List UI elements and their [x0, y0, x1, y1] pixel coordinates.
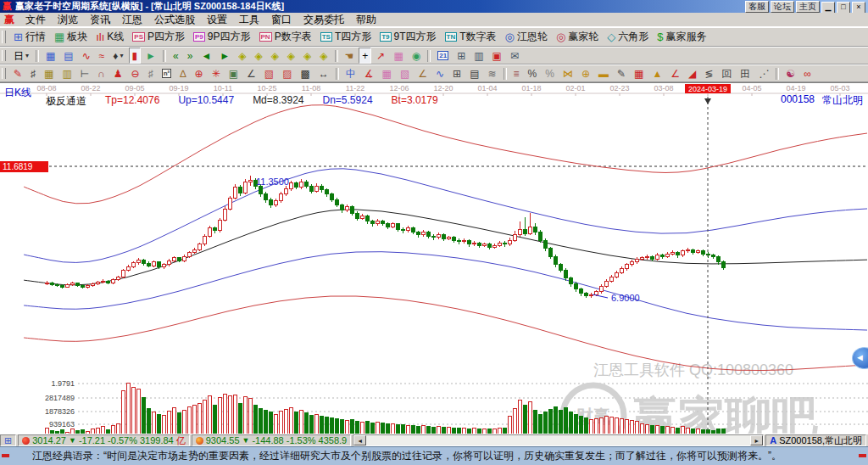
- period-daily-button[interactable]: 日▾: [10, 48, 32, 64]
- menu-settings[interactable]: 设置: [201, 13, 233, 27]
- taiji-tool-button[interactable]: ☯: [782, 65, 798, 81]
- chart-image-tool-button[interactable]: ▣: [225, 65, 242, 81]
- gann-target-button[interactable]: ⊕: [192, 65, 207, 81]
- menu-browse[interactable]: 浏览: [52, 13, 84, 27]
- menu-trade[interactable]: 交易委托: [298, 13, 350, 27]
- zoom-tool-6-button[interactable]: ◈: [316, 48, 331, 64]
- mail-tool-button[interactable]: ✉: [507, 48, 522, 64]
- black-grid-button[interactable]: ▩: [297, 65, 313, 81]
- menu-tools[interactable]: 工具: [233, 13, 265, 27]
- maze-grid-button[interactable]: 回: [718, 65, 735, 81]
- percent-slash-button[interactable]: %: [525, 65, 541, 81]
- t9-square-button[interactable]: T99T四方形: [376, 29, 439, 45]
- wave-tool-button[interactable]: ∿: [432, 65, 448, 81]
- dense-grid-button[interactable]: ▤: [466, 65, 482, 81]
- trend-pointer-button[interactable]: ↗: [373, 48, 388, 64]
- calendar-tool-button[interactable]: 21: [434, 48, 452, 64]
- hexagon-button[interactable]: ◇六角形: [604, 29, 652, 45]
- red-frame-button[interactable]: ▦: [631, 65, 647, 81]
- menu-file[interactable]: 文件: [19, 13, 52, 27]
- kline-button[interactable]: ılıK线: [92, 29, 127, 45]
- market-grid-button[interactable]: ⊞: [0, 434, 16, 446]
- chart-area[interactable]: 08-0808-2209-0509-1910-1110-2511-0811-22…: [0, 82, 868, 434]
- restore-button[interactable]: □: [837, 2, 850, 14]
- ladder-grid-button[interactable]: 田: [737, 65, 754, 81]
- slope-line-button[interactable]: ∠: [415, 65, 431, 81]
- note-pen-button[interactable]: ✎: [614, 65, 629, 81]
- pink-grid-tool-button[interactable]: ▦: [390, 48, 406, 64]
- minimize-button[interactable]: ▁: [821, 2, 835, 14]
- grid-ruler-button[interactable]: ♯: [145, 65, 157, 81]
- rise-angle-button[interactable]: ∠: [667, 65, 683, 81]
- menu-gann[interactable]: 江恩: [116, 13, 148, 27]
- window-view-button[interactable]: ▦: [42, 48, 58, 64]
- red-grid-a-button[interactable]: ▧: [261, 65, 277, 81]
- toolbar-grip[interactable]: [2, 68, 6, 79]
- percent-tool-button[interactable]: %: [542, 65, 558, 81]
- notes-tool-button[interactable]: ▥: [470, 48, 487, 64]
- chart-svg[interactable]: 08-0808-2209-0509-1910-1110-2511-0811-22…: [0, 83, 868, 434]
- t-number-table-button[interactable]: TNT数字表: [442, 29, 500, 45]
- candle-style-button[interactable]: ♦▾: [109, 48, 126, 64]
- first-page-button[interactable]: «: [170, 48, 182, 64]
- zoom-tool-5-button[interactable]: ◈: [300, 48, 314, 64]
- square-grid-button[interactable]: ⊞: [449, 65, 465, 81]
- sz-index-panel[interactable]: 9304.55 ▼ -144.88 -1.53% 4358.9: [192, 434, 352, 446]
- zoom-tool-1-button[interactable]: ◈: [235, 48, 249, 64]
- next-bar-button[interactable]: ►: [216, 48, 233, 64]
- span-arrows-button[interactable]: ↔: [315, 65, 332, 81]
- title-button-forum[interactable]: 论坛: [771, 1, 794, 13]
- last-page-button[interactable]: »: [184, 48, 197, 64]
- title-button-service[interactable]: 客服: [745, 1, 769, 13]
- horizontal-scrollbar[interactable]: ◄ ►: [353, 434, 764, 446]
- kline-highlight-button[interactable]: ▮: [129, 48, 142, 64]
- title-button-home[interactable]: 主页: [796, 1, 820, 13]
- level-lines-button[interactable]: ≡: [510, 65, 523, 81]
- toolbar-grip[interactable]: [2, 31, 6, 43]
- p9-square-button[interactable]: P99P四方形: [190, 29, 253, 45]
- sectors-button[interactable]: ▦板块: [51, 29, 91, 45]
- angle-tool-button[interactable]: ∆: [176, 65, 189, 81]
- winner-wheel-button[interactable]: ◎赢家轮: [553, 29, 602, 45]
- gann-box-a-button[interactable]: ▦: [41, 65, 57, 81]
- info-view-button[interactable]: ▤: [60, 48, 76, 64]
- red-grid-b-button[interactable]: ▨: [279, 65, 295, 81]
- trend-line-a-button[interactable]: ∿: [79, 48, 94, 64]
- time-divider-button[interactable]: ♯: [27, 65, 39, 81]
- scroll-right-button[interactable]: ►: [750, 435, 763, 445]
- scroll-left-button[interactable]: ◄: [353, 435, 366, 445]
- toolbar-grip[interactable]: [2, 50, 6, 61]
- hand-tool-button[interactable]: ☚: [342, 48, 358, 64]
- menu-help[interactable]: 帮助: [350, 13, 382, 27]
- gann-box-b-button[interactable]: ▥: [58, 65, 75, 81]
- center-tool-button[interactable]: 中: [342, 65, 359, 81]
- menu-formula-stock-pick[interactable]: 公式选股: [148, 13, 201, 27]
- sh-index-panel[interactable]: 3014.27 ▼ -17.21 -0.57% 3199.84亿: [18, 434, 190, 446]
- price-ruler-button[interactable]: ⊢: [77, 65, 92, 81]
- sphere-tool-button[interactable]: ◉: [409, 48, 424, 64]
- trend-line-b-button[interactable]: ≈: [96, 48, 108, 64]
- rose-grid-button[interactable]: ▦: [379, 65, 395, 81]
- p-number-table-button[interactable]: PNP数字表: [256, 29, 315, 45]
- p-square-button[interactable]: PSP四方形: [129, 29, 188, 45]
- scrollbar-track[interactable]: [366, 435, 750, 445]
- calculator-tool-button[interactable]: ⊞: [453, 48, 469, 64]
- zoom-tool-4-button[interactable]: ◈: [284, 48, 298, 64]
- pyramid-tool-button[interactable]: ▲: [648, 65, 665, 81]
- k-angle-tool-button[interactable]: ∠: [243, 65, 259, 81]
- crosshair-tool-button[interactable]: +: [359, 48, 371, 64]
- t-square-button[interactable]: TST四方形: [317, 29, 376, 45]
- parallel-lines-button[interactable]: ≋: [485, 65, 500, 81]
- marker-tool-button[interactable]: ♟: [110, 65, 126, 81]
- gann-fan-button[interactable]: ∡: [361, 65, 377, 81]
- menu-news[interactable]: 资讯: [84, 13, 116, 27]
- slant-lines-button[interactable]: ⋰: [755, 65, 772, 81]
- multi-slope-button[interactable]: ≶: [701, 65, 716, 81]
- color-flag-button[interactable]: ►: [142, 48, 159, 64]
- fall-angle-button[interactable]: ◢: [685, 65, 699, 81]
- zoom-tool-3-button[interactable]: ◈: [268, 48, 282, 64]
- n2-tool-button[interactable]: n²: [159, 65, 175, 81]
- menu-window[interactable]: 窗口: [265, 13, 298, 27]
- golden-section-button[interactable]: ⋈: [559, 65, 576, 81]
- draw-pen-button[interactable]: ✎: [10, 65, 25, 81]
